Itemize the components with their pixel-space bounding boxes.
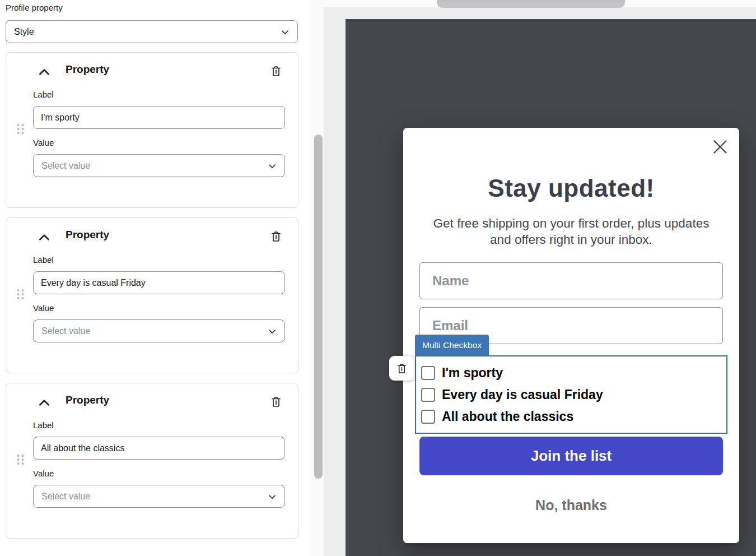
popup-subtitle: Get free shipping on your first order, p… xyxy=(422,216,721,248)
chevron-down-icon xyxy=(281,27,290,36)
delete-property-button[interactable] xyxy=(266,392,286,412)
label-caption: Label xyxy=(33,90,54,99)
label-caption: Label xyxy=(33,255,54,265)
drag-handle-icon[interactable] xyxy=(16,123,25,135)
property-card-title: Property xyxy=(66,229,109,241)
collapse-property-button[interactable] xyxy=(35,228,53,246)
multi-checkbox-block[interactable]: I'm sporty Every day is casual Friday Al… xyxy=(415,355,727,434)
property-value-select[interactable]: Select value xyxy=(33,154,285,177)
value-caption: Value xyxy=(33,469,54,478)
chevron-down-icon xyxy=(268,161,277,170)
trash-icon xyxy=(269,395,283,409)
checkbox-label: Every day is casual Friday xyxy=(442,387,603,402)
trash-icon xyxy=(269,64,283,78)
delete-block-button[interactable] xyxy=(389,356,414,381)
panel-scrollbar-thumb[interactable] xyxy=(314,135,323,479)
block-type-badge: Multi Checkbox xyxy=(415,335,489,355)
collapse-property-button[interactable] xyxy=(35,63,53,81)
left-panel: Profile property Style Property Label Va… xyxy=(0,0,311,556)
property-label-input[interactable] xyxy=(33,271,285,294)
value-caption: Value xyxy=(33,303,54,313)
checkbox-option[interactable]: I'm sporty xyxy=(421,362,726,384)
chevron-up-icon xyxy=(38,396,51,409)
trash-icon xyxy=(269,230,283,243)
property-label-input[interactable] xyxy=(33,106,285,129)
popup-preview: Stay updated! Get free shipping on your … xyxy=(403,128,739,543)
drag-handle-icon[interactable] xyxy=(16,289,25,300)
chevron-down-icon xyxy=(268,327,277,336)
label-caption: Label xyxy=(33,420,54,430)
trash-icon xyxy=(395,362,408,375)
chevron-down-icon xyxy=(268,492,277,501)
property-card: Property Label Value Select value xyxy=(6,52,298,208)
checkbox[interactable] xyxy=(421,410,435,424)
device-toggle-remnant xyxy=(437,0,625,8)
checkbox-option[interactable]: Every day is casual Friday xyxy=(421,384,726,406)
value-select-placeholder: Select value xyxy=(41,492,90,502)
chevron-up-icon xyxy=(38,65,51,78)
chevron-up-icon xyxy=(38,230,51,244)
collapse-property-button[interactable] xyxy=(35,393,53,411)
property-label-input[interactable] xyxy=(33,437,285,460)
checkbox[interactable] xyxy=(421,366,435,380)
close-button[interactable] xyxy=(710,137,730,157)
property-value-select[interactable]: Select value xyxy=(33,319,285,342)
value-caption: Value xyxy=(33,138,54,147)
property-card-title: Property xyxy=(66,394,109,406)
checkbox-label: All about the classics xyxy=(442,409,573,424)
close-icon xyxy=(713,140,727,154)
property-value-select[interactable]: Select value xyxy=(33,485,285,508)
value-select-placeholder: Select value xyxy=(41,161,90,171)
name-input[interactable] xyxy=(419,262,723,299)
property-card: Property Label Value Select value xyxy=(6,217,298,373)
drag-handle-icon[interactable] xyxy=(16,454,25,465)
checkbox[interactable] xyxy=(421,388,435,402)
checkbox-label: I'm sporty xyxy=(442,365,503,381)
checkbox-option[interactable]: All about the classics xyxy=(421,406,726,428)
dismiss-link[interactable]: No, thanks xyxy=(403,497,739,513)
form-editor-app: Profile property Style Property Label Va… xyxy=(0,0,756,556)
profile-property-label: Profile property xyxy=(6,3,63,12)
property-card-title: Property xyxy=(66,63,109,76)
profile-property-select[interactable]: Style xyxy=(6,20,298,43)
profile-property-select-value: Style xyxy=(14,27,34,37)
delete-property-button[interactable] xyxy=(266,61,286,81)
property-card: Property Label Value Select value xyxy=(6,383,298,539)
delete-property-button[interactable] xyxy=(266,226,286,247)
popup-title: Stay updated! xyxy=(403,174,739,202)
value-select-placeholder: Select value xyxy=(41,326,90,336)
submit-button[interactable]: Join the list xyxy=(419,437,723,475)
